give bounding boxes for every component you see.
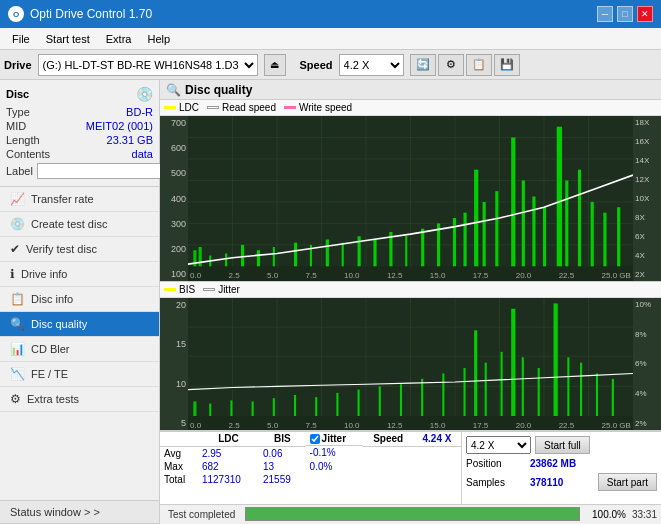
svg-rect-75	[474, 330, 477, 416]
bis-label: BIS	[179, 284, 195, 295]
samples-value: 378110	[530, 477, 563, 488]
main-layout: Disc 💿 Type BD-R MID MEIT02 (001) Length…	[0, 80, 661, 524]
chart1-svg	[188, 116, 633, 266]
refresh-button[interactable]: 🔄	[410, 54, 436, 76]
status-window-button[interactable]: Status window > >	[0, 501, 159, 524]
drivebar: Drive (G:) HL-DT-ST BD-RE WH16NS48 1.D3 …	[0, 50, 661, 80]
disc-contents-row: Contents data	[6, 148, 153, 160]
menu-starttest[interactable]: Start test	[38, 31, 98, 47]
menu-extra[interactable]: Extra	[98, 31, 140, 47]
col-empty	[160, 432, 198, 446]
svg-rect-82	[567, 357, 569, 416]
speed-right-select[interactable]: 4.2 X	[466, 436, 531, 454]
svg-rect-42	[557, 127, 562, 267]
sidebar-item-cd-bler[interactable]: 📊 CD Bler	[0, 337, 159, 362]
disc-icon: 💿	[136, 86, 153, 102]
speed-row: 4.2 X Start full	[466, 436, 657, 454]
titlebar-left: O Opti Drive Control 1.70	[8, 6, 152, 22]
sidebar-item-verify-test-disc[interactable]: ✔ Verify test disc	[0, 237, 159, 262]
legend-bis: BIS	[164, 284, 195, 295]
disc-type-row: Type BD-R	[6, 106, 153, 118]
drive-label: Drive	[4, 59, 32, 71]
minimize-button[interactable]: ─	[597, 6, 613, 22]
svg-rect-44	[578, 170, 581, 267]
content-area: 🔍 Disc quality LDC Read speed	[160, 80, 661, 524]
sidebar-item-extra-tests[interactable]: ⚙ Extra tests	[0, 387, 159, 412]
svg-rect-77	[501, 352, 503, 417]
progress-bar-area: Test completed 100.0% 33:31	[160, 504, 661, 524]
speed-select[interactable]: 4.2 X	[339, 54, 404, 76]
progress-time: 33:31	[632, 509, 657, 520]
speed-label: Speed	[300, 59, 333, 71]
svg-rect-78	[511, 308, 515, 416]
sidebar-item-label: Transfer rate	[31, 193, 94, 205]
svg-rect-67	[315, 397, 317, 416]
svg-rect-66	[294, 395, 296, 417]
progress-fill	[246, 508, 579, 520]
settings-button[interactable]: ⚙	[438, 54, 464, 76]
svg-rect-25	[326, 240, 329, 267]
svg-rect-39	[522, 181, 525, 267]
save-button[interactable]: 💾	[494, 54, 520, 76]
chart2-y-left: 20 15 10 5	[160, 298, 188, 431]
sidebar-item-fe-te[interactable]: 📉 FE / TE	[0, 362, 159, 387]
legend-readspeed: Read speed	[207, 102, 276, 113]
chart1-y-right: 18X 16X 14X 12X 10X 8X 6X 4X 2X	[633, 116, 661, 280]
svg-rect-70	[379, 386, 381, 416]
chart2-svg	[188, 298, 633, 417]
menu-help[interactable]: Help	[139, 31, 178, 47]
disc-info-icon: 📋	[10, 292, 25, 306]
maximize-button[interactable]: □	[617, 6, 633, 22]
sidebar-item-drive-info[interactable]: ℹ Drive info	[0, 262, 159, 287]
avg-jitter: -0.1%	[306, 446, 364, 460]
avg-label: Avg	[160, 446, 198, 460]
menu-file[interactable]: File	[4, 31, 38, 47]
col-speed-value: 4.24 X	[413, 432, 461, 446]
start-full-button[interactable]: Start full	[535, 436, 590, 454]
start-part-button[interactable]: Start part	[598, 473, 657, 491]
sidebar-nav: 📈 Transfer rate 💿 Create test disc ✔ Ver…	[0, 187, 159, 412]
svg-rect-31	[421, 229, 424, 267]
legend-ldc: LDC	[164, 102, 199, 113]
max-label: Max	[160, 460, 198, 473]
eject-button[interactable]: ⏏	[264, 54, 286, 76]
col-jitter-check[interactable]: Jitter	[306, 432, 364, 446]
chart1-area: 700 600 500 400 300 200 100	[160, 116, 661, 280]
position-label: Position	[466, 458, 526, 469]
svg-rect-36	[483, 202, 486, 266]
drive-select[interactable]: (G:) HL-DT-ST BD-RE WH16NS48 1.D3	[38, 54, 258, 76]
sidebar-item-disc-info[interactable]: 📋 Disc info	[0, 287, 159, 312]
legend-writespeed: Write speed	[284, 102, 352, 113]
total-bis: 21559	[259, 473, 306, 486]
app-title: Opti Drive Control 1.70	[30, 7, 152, 21]
contents-label: Contents	[6, 148, 50, 160]
mid-value: MEIT02 (001)	[86, 120, 153, 132]
chart2-legend: BIS Jitter	[160, 282, 661, 298]
transfer-rate-icon: 📈	[10, 192, 25, 206]
jitter-checkbox[interactable]	[310, 434, 320, 444]
extra-tests-icon: ⚙	[10, 392, 21, 406]
copy-button[interactable]: 📋	[466, 54, 492, 76]
close-button[interactable]: ✕	[637, 6, 653, 22]
svg-rect-43	[565, 181, 568, 267]
type-label: Type	[6, 106, 30, 118]
content-icon: 🔍	[166, 83, 181, 97]
sidebar-item-transfer-rate[interactable]: 📈 Transfer rate	[0, 187, 159, 212]
avg-extra	[363, 446, 461, 460]
sidebar-item-disc-quality[interactable]: 🔍 Disc quality	[0, 312, 159, 337]
chart1-y-left: 700 600 500 400 300 200 100	[160, 116, 188, 280]
drive-info-icon: ℹ	[10, 267, 15, 281]
svg-rect-19	[225, 254, 227, 267]
disc-length-row: Length 23.31 GB	[6, 134, 153, 146]
svg-rect-21	[257, 251, 260, 267]
sidebar-item-create-test-disc[interactable]: 💿 Create test disc	[0, 212, 159, 237]
svg-rect-64	[252, 401, 254, 416]
label-input[interactable]	[37, 163, 166, 179]
content-header: 🔍 Disc quality	[160, 80, 661, 100]
samples-and-startpart-row: Samples 378110 Start part	[466, 473, 657, 491]
progress-bar	[245, 507, 580, 521]
sidebar-item-label: FE / TE	[31, 368, 68, 380]
speed-buttons: 🔄 ⚙ 📋 💾	[410, 54, 520, 76]
jitter-color	[203, 288, 215, 291]
svg-rect-37	[495, 192, 498, 267]
